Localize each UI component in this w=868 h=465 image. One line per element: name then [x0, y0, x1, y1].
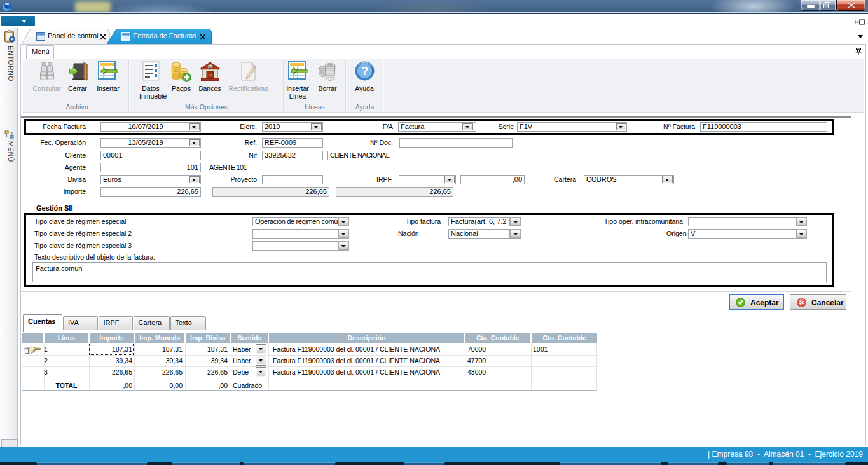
svg-text:?: ?: [361, 65, 368, 78]
svg-text:$: $: [209, 64, 212, 70]
